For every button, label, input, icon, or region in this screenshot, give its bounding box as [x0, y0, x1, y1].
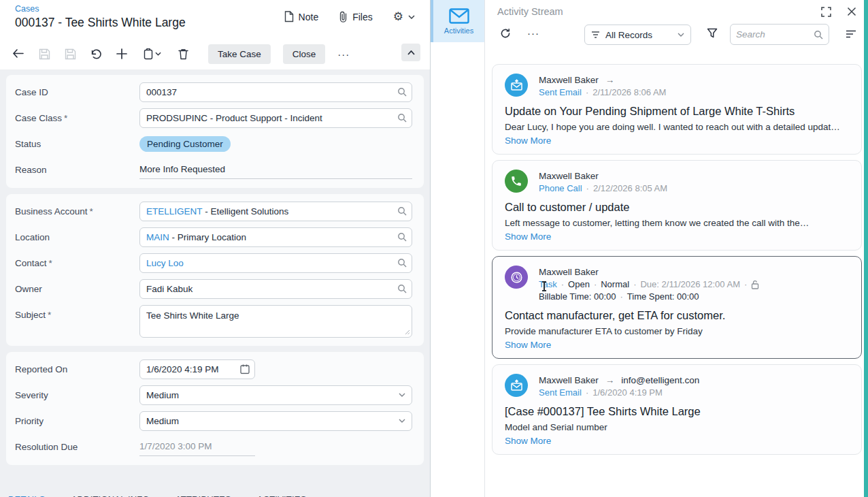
settings-menu-button[interactable]: ⚙ — [393, 11, 415, 22]
activity-body: Left message to customer, letting them k… — [505, 217, 849, 229]
copy-paste-button[interactable] — [137, 44, 167, 63]
reported-on-input[interactable] — [139, 359, 255, 379]
required-marker: * — [48, 310, 51, 320]
note-button[interactable]: Note — [284, 11, 319, 22]
refresh-icon[interactable] — [500, 28, 511, 42]
form-row: Severity Medium — [6, 382, 424, 408]
form-section-account: Business Account* ETELLIGENT - Etelligen… — [6, 194, 424, 346]
form-row: Status Pending Customer — [6, 131, 424, 157]
activity-card-phone-call[interactable]: Maxwell Baker Phone Call · 2/12/2026 8:0… — [492, 160, 862, 251]
priority-value: Medium — [146, 416, 179, 426]
activity-author: Maxwell Baker — [539, 74, 599, 86]
records-filter-value: All Records — [605, 30, 672, 40]
sort-lines-icon[interactable] — [846, 29, 856, 41]
form-row: Business Account* ETELLIGENT - Etelligen… — [6, 198, 424, 224]
arrow-right-icon: → — [605, 74, 615, 86]
tab-details[interactable]: DETAILS — [5, 493, 48, 497]
field-label: Business Account — [15, 206, 88, 217]
severity-value: Medium — [146, 390, 179, 400]
activities-tab-label: Activities — [444, 27, 473, 35]
activity-card-email[interactable]: Maxwell Baker → info@etelligent.con Sent… — [492, 364, 862, 455]
case-header: Cases 000137 - Tee Shirts White Large No… — [0, 0, 430, 38]
activity-type-link[interactable]: Sent Email — [539, 86, 582, 99]
show-more-link[interactable]: Show More — [505, 135, 551, 146]
save-button[interactable] — [60, 44, 80, 63]
activity-body: Model and Serial number — [505, 421, 849, 433]
field-label: Status — [15, 139, 139, 149]
panel-title: Activity Stream — [497, 6, 563, 17]
owner-input[interactable] — [139, 279, 412, 299]
save-close-button[interactable] — [34, 44, 54, 63]
location-id-link[interactable]: MAIN — [146, 232, 169, 242]
field-label: Case Class — [15, 113, 62, 123]
task-due-date: Due: 2/11/2026 12:00 AM — [640, 278, 739, 291]
form-row: Owner — [6, 276, 424, 302]
account-id-link[interactable]: ETELLIGENT — [146, 206, 203, 217]
tab-additional-info[interactable]: ADDITIONAL INFO — [69, 493, 152, 497]
undo-icon[interactable] — [86, 44, 106, 63]
activity-title: Contact manufacturer, get ETA for custom… — [505, 308, 849, 323]
funnel-filter-icon[interactable] — [707, 28, 718, 41]
chevron-down-icon — [678, 33, 684, 37]
severity-select[interactable]: Medium — [139, 385, 412, 405]
close-panel-icon[interactable] — [847, 7, 856, 19]
activity-author: Maxwell Baker — [539, 170, 599, 182]
files-button[interactable]: Files — [339, 11, 373, 22]
priority-select[interactable]: Medium — [139, 411, 412, 431]
task-avatar-icon — [505, 266, 528, 289]
field-label: Resolution Due — [15, 442, 139, 452]
activity-stream-content: Activity Stream ··· All Records — [485, 0, 868, 497]
take-case-button[interactable]: Take Case — [208, 44, 271, 64]
reason-value: More Info Requested — [139, 161, 412, 179]
fullscreen-icon[interactable] — [821, 7, 831, 20]
gear-icon: ⚙ — [393, 11, 403, 22]
activity-type-link[interactable]: Sent Email — [539, 387, 582, 399]
show-more-link[interactable]: Show More — [505, 436, 551, 446]
sidebar-item-activities[interactable]: Activities — [431, 0, 484, 42]
tab-activities[interactable]: ACTIVITIES — [254, 493, 310, 497]
activity-type-link[interactable]: Phone Call — [539, 182, 582, 195]
activity-author: Maxwell Baker — [539, 266, 599, 278]
contact-input[interactable]: Lucy Loo — [139, 253, 412, 273]
add-button[interactable] — [112, 44, 132, 63]
location-input[interactable]: MAIN - Primary Location — [139, 227, 412, 247]
tab-attributes[interactable]: ATTRIBUTES — [173, 493, 234, 497]
records-filter-dropdown[interactable]: All Records — [584, 25, 691, 45]
field-label: Location — [15, 232, 139, 242]
form-row: Priority Medium — [6, 408, 424, 434]
activity-stream-panel: Activities Activity Stream ··· All Recor… — [430, 0, 868, 497]
collapse-toolbar-button[interactable] — [401, 44, 420, 61]
activity-type-link[interactable]: Task — [539, 278, 557, 291]
status-badge: Pending Customer — [139, 136, 231, 152]
show-more-link[interactable]: Show More — [505, 231, 551, 242]
resize-grip-icon[interactable] — [405, 325, 410, 338]
toolbar-more-button[interactable]: ··· — [331, 48, 356, 60]
subject-textarea[interactable]: Tee Shirts White Large — [139, 305, 412, 338]
case-class-input[interactable] — [139, 108, 412, 128]
search-input[interactable] — [736, 29, 814, 39]
delete-button[interactable] — [173, 44, 193, 63]
activity-body: Provide manufacturer ETA to customer by … — [505, 325, 849, 337]
show-more-link[interactable]: Show More — [505, 340, 551, 350]
field-label: Subject — [15, 310, 46, 320]
close-case-button[interactable]: Close — [283, 44, 326, 64]
case-id-input[interactable] — [139, 82, 412, 102]
field-label: Reported On — [15, 364, 139, 374]
panel-more-button[interactable]: ··· — [520, 27, 546, 39]
contact-link[interactable]: Lucy Loo — [146, 258, 184, 268]
note-icon — [284, 11, 294, 22]
form-row: Location MAIN - Primary Location — [6, 224, 424, 250]
field-label: Priority — [15, 416, 139, 426]
field-label: Owner — [15, 284, 139, 294]
back-button[interactable] — [8, 44, 29, 63]
phone-call-avatar-icon — [505, 170, 528, 193]
activity-title: [Case #000137] Tee Shirts White Large — [505, 404, 849, 419]
activity-card-task[interactable]: Maxwell Baker Task · Open · Normal · Due… — [492, 256, 862, 359]
form-row: Subject* Tee Shirts White Large — [6, 302, 424, 340]
form-section-dates: Reported On Severity Medium — [6, 352, 424, 465]
business-account-input[interactable]: ETELLIGENT - Etelligent Solutions — [139, 202, 412, 221]
field-label: Reason — [15, 165, 139, 175]
chevron-down-icon — [408, 15, 415, 19]
activity-card-email[interactable]: Maxwell Baker→ Sent Email · 2/11/2026 8:… — [492, 64, 862, 155]
required-marker: * — [64, 113, 67, 123]
